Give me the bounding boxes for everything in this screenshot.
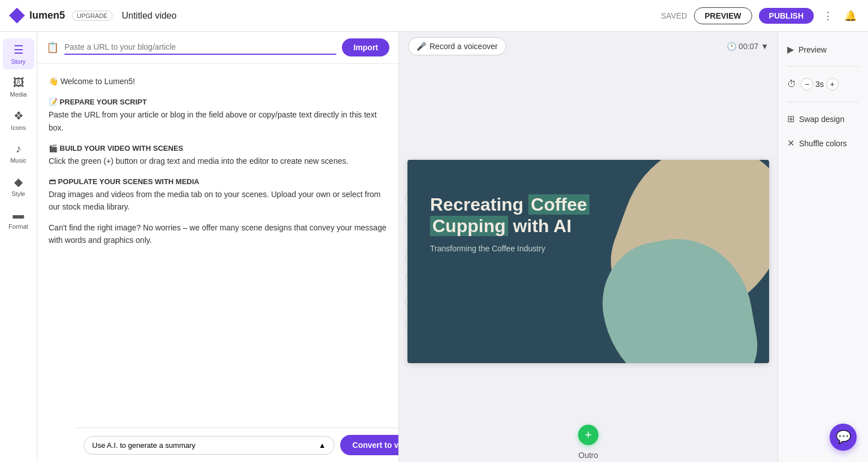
- url-bar: 📋 Import: [37, 32, 398, 64]
- ai-summary-chevron-icon: ▲: [319, 441, 326, 450]
- shuffle-icon: ✕: [787, 138, 795, 149]
- extra-text: Can't find the right image? No worries –…: [49, 221, 387, 247]
- timer-value: 00:07: [739, 42, 758, 51]
- outro-label: Outro: [578, 451, 598, 462]
- sidebar-item-format[interactable]: ▬ Format: [3, 204, 34, 234]
- timer-control: − 3s +: [801, 78, 839, 90]
- sidebar-item-media[interactable]: 🖼 Media: [3, 72, 34, 102]
- slide-title-part2: with AI: [508, 216, 572, 236]
- import-button[interactable]: Import: [342, 38, 389, 56]
- plus-icon: +: [585, 428, 592, 442]
- build-heading: 🎬 BUILD YOUR VIDEO WITH SCENES: [49, 144, 183, 152]
- timer-increase-button[interactable]: +: [826, 78, 839, 90]
- style-label: Style: [11, 190, 25, 197]
- ai-summary-button[interactable]: Use A.I. to generate a summary ▲: [84, 436, 335, 455]
- story-content: 👋 Welcome to Lumen5! 📝 PREPARE YOUR SCRI…: [37, 64, 398, 462]
- topbar: lumen5 UPGRADE Untitled video SAVED PREV…: [0, 0, 868, 32]
- upgrade-badge[interactable]: UPGRADE: [72, 11, 112, 21]
- style-icon: ◆: [14, 175, 23, 189]
- shuffle-colors-label: Shuffle colors: [799, 139, 847, 148]
- notification-icon[interactable]: 🔔: [842, 7, 859, 24]
- slide-container[interactable]: Recreating Coffee Cupping with AI Transf…: [407, 160, 769, 363]
- main-layout: ☰ Story 🖼 Media ❖ Icons ♪ Music ◆ Style …: [0, 32, 868, 462]
- music-label: Music: [10, 157, 27, 164]
- timer-display: 3s: [815, 80, 824, 89]
- story-panel: 📋 Import 👋 Welcome to Lumen5! 📝 PREPARE …: [37, 32, 399, 462]
- canvas-top-bar: 🎤 Record a voiceover 🕐 00:07 ▼: [399, 32, 778, 61]
- slide-title-highlight1: Coffee: [528, 194, 589, 215]
- chat-button[interactable]: 💬: [830, 424, 857, 451]
- section-build: 🎬 BUILD YOUR VIDEO WITH SCENES Click the…: [49, 142, 387, 167]
- microphone-icon: 🎤: [416, 42, 426, 51]
- sidebar-item-story[interactable]: ☰ Story: [3, 38, 34, 69]
- saved-status: SAVED: [661, 11, 687, 20]
- welcome-text: 👋 Welcome to Lumen5!: [49, 75, 387, 88]
- timer-panel-item: ⏱ − 3s +: [778, 72, 868, 96]
- publish-button[interactable]: PUBLISH: [759, 8, 814, 24]
- more-options-icon[interactable]: ⋮: [821, 7, 835, 24]
- preview-panel-label: Preview: [798, 45, 827, 54]
- prepare-heading: 📝 PREPARE YOUR SCRIPT: [49, 98, 147, 106]
- voiceover-button[interactable]: 🎤 Record a voiceover: [408, 37, 506, 55]
- logo-diamond-icon: [9, 8, 25, 24]
- url-input[interactable]: [64, 40, 336, 55]
- section-populate: 🗃 POPULATE YOUR SCENES WITH MEDIA Drag i…: [49, 175, 387, 213]
- logo-text: lumen5: [29, 10, 65, 21]
- slide-background: Recreating Coffee Cupping with AI Transf…: [407, 160, 769, 363]
- music-icon: ♪: [16, 142, 21, 155]
- preview-button[interactable]: PREVIEW: [694, 7, 752, 24]
- slide-subtitle: Transforming the Coffee Industry: [430, 244, 656, 253]
- timer-icon: ⏱: [787, 79, 796, 89]
- slide-text-area: Recreating Coffee Cupping with AI Transf…: [430, 194, 656, 253]
- play-icon: ▶: [787, 44, 794, 55]
- swap-design-item[interactable]: ⊞ Swap design: [778, 108, 868, 130]
- format-label: Format: [8, 223, 28, 230]
- media-label: Media: [10, 91, 27, 98]
- populate-heading: 🗃 POPULATE YOUR SCENES WITH MEDIA: [49, 177, 199, 186]
- voiceover-label: Record a voiceover: [429, 42, 498, 51]
- swap-icon: ⊞: [787, 114, 795, 124]
- section-prepare: 📝 PREPARE YOUR SCRIPT Paste the URL from…: [49, 95, 387, 134]
- panel-divider-2: [787, 102, 859, 102]
- story-icon: ☰: [14, 43, 24, 56]
- panel-divider-1: [787, 66, 859, 67]
- swap-design-label: Swap design: [799, 115, 844, 124]
- topbar-right: SAVED PREVIEW PUBLISH ⋮ 🔔: [661, 7, 859, 24]
- video-title: Untitled video: [121, 11, 176, 21]
- ai-summary-label: Use A.I. to generate a summary: [92, 441, 196, 450]
- chat-icon: 💬: [836, 430, 851, 444]
- media-icon: 🖼: [13, 76, 24, 89]
- timer-area: 🕐 00:07 ▼: [727, 42, 769, 51]
- sidebar-item-icons[interactable]: ❖ Icons: [3, 104, 34, 136]
- shuffle-colors-item[interactable]: ✕ Shuffle colors: [778, 132, 868, 154]
- timer-decrease-button[interactable]: −: [801, 78, 813, 90]
- url-icon: 📋: [46, 41, 59, 54]
- convert-button[interactable]: Convert to video: [340, 435, 399, 455]
- clock-icon: 🕐: [727, 42, 736, 51]
- sidebar-icons: ☰ Story 🖼 Media ❖ Icons ♪ Music ◆ Style …: [0, 32, 37, 462]
- right-panel: ▶ Preview ⏱ − 3s + ⊞ Swap design ✕ Shuff…: [778, 32, 868, 462]
- preview-panel-item[interactable]: ▶ Preview: [778, 38, 868, 60]
- sidebar-item-style[interactable]: ◆ Style: [3, 171, 34, 202]
- add-scene-button[interactable]: +: [578, 425, 598, 445]
- sidebar-item-music[interactable]: ♪ Music: [3, 138, 34, 168]
- slide-title: Recreating Coffee Cupping with AI: [430, 194, 656, 237]
- icons-icon: ❖: [14, 109, 24, 123]
- logo-area: lumen5 UPGRADE: [9, 8, 112, 24]
- story-label: Story: [11, 58, 26, 65]
- icons-label: Icons: [11, 124, 25, 131]
- timer-expand-icon[interactable]: ▼: [761, 42, 769, 51]
- canvas-area: 🎤 Record a voiceover 🕐 00:07 ▼ + ▲ 1 ▼ ⧉…: [399, 32, 778, 462]
- story-bottom: Use A.I. to generate a summary ▲ Convert…: [75, 428, 399, 462]
- slide-title-highlight2: Cupping: [430, 216, 508, 236]
- scene-wrapper: + ▲ 1 ▼ ⧉ 🗑 ⊕ Recreating Coffee Cupping …: [399, 61, 778, 462]
- slide-title-part1: Recreating: [430, 194, 528, 215]
- format-icon: ▬: [13, 208, 24, 221]
